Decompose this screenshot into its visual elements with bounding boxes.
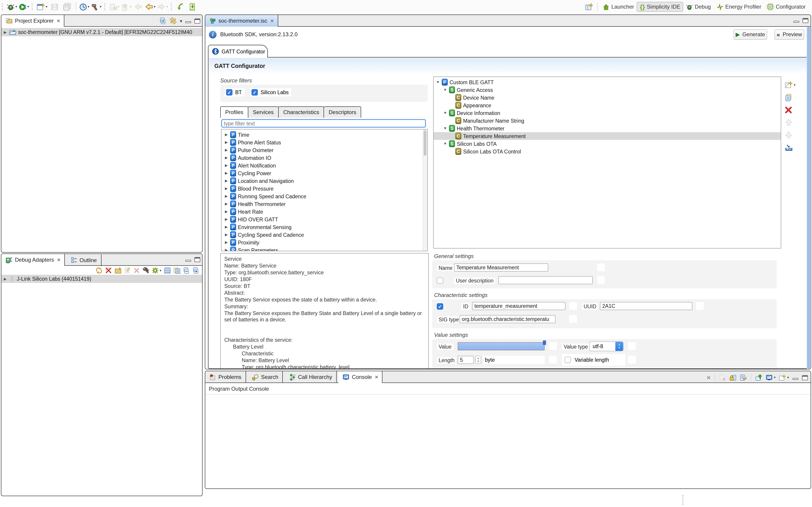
expand-icon[interactable]: ▶ <box>3 277 7 281</box>
profile-item[interactable]: ▶PHID OVER GATT <box>221 216 427 223</box>
minimize-icon[interactable] <box>185 260 191 262</box>
variable-length-checkbox[interactable] <box>565 357 571 363</box>
add-item-button[interactable]: ▾ <box>785 81 796 89</box>
tree-row[interactable]: CAppearance <box>434 101 781 109</box>
expand-icon[interactable]: ▶ <box>224 171 229 175</box>
expand-tree-icon[interactable] <box>193 267 199 274</box>
expand-icon[interactable]: ▶ <box>224 148 229 152</box>
new-group-icon[interactable] <box>115 267 122 274</box>
profile-item[interactable]: ▶PScan Parameters <box>221 246 427 251</box>
expand-icon[interactable]: ▶ <box>224 248 229 251</box>
minimize-icon[interactable] <box>793 378 798 380</box>
tab-debug-adapters[interactable]: Debug Adapters × <box>1 254 65 266</box>
adapter-row[interactable]: ▶ J-Link Silicon Labs (440151419) <box>1 275 202 283</box>
expand-icon[interactable]: ▶ <box>224 240 229 244</box>
expand-icon[interactable]: ▶ <box>224 156 229 160</box>
name-input[interactable] <box>454 264 548 272</box>
maximize-icon[interactable] <box>803 18 808 23</box>
perspective-launcher[interactable]: Launcher <box>600 2 637 11</box>
profile-item[interactable]: ▶PTime <box>221 131 427 138</box>
back-button[interactable]: ▾ <box>144 3 156 11</box>
collapse-icon[interactable]: ▼ <box>443 142 447 146</box>
tab-problems[interactable]: Problems <box>205 371 246 383</box>
profile-item[interactable]: ▶PHealth Thermometer <box>221 200 427 208</box>
maximize-icon[interactable] <box>194 257 200 262</box>
collapse-all-icon[interactable] <box>159 17 166 24</box>
build-button[interactable]: ▾ <box>90 3 102 11</box>
tab-gatt-configurator[interactable]: GATT Configurator <box>208 45 268 57</box>
expand-icon[interactable]: ▶ <box>224 202 229 206</box>
profile-item[interactable]: ▶PCycling Speed and Cadence <box>221 231 427 238</box>
value-type-select[interactable]: utf-8 ▲▼ <box>589 341 623 351</box>
dropdown-arrow[interactable]: ▾ <box>15 5 17 9</box>
tree-row-selected[interactable]: CTemperature Measurement <box>434 132 781 140</box>
collapse-icon[interactable]: ▼ <box>436 80 440 84</box>
collapse-tree-icon[interactable] <box>183 267 190 274</box>
profile-item[interactable]: ▶PAutomation IO <box>221 154 427 162</box>
tab-descriptors[interactable]: Descriptors <box>324 106 361 118</box>
expand-icon[interactable]: ▶ <box>224 194 229 198</box>
maximize-icon[interactable] <box>802 375 808 380</box>
id-input[interactable] <box>472 302 565 310</box>
close-icon[interactable]: × <box>57 18 60 24</box>
perspective-configurator[interactable]: Configurator <box>764 2 808 11</box>
word-wrap-icon[interactable] <box>740 374 747 381</box>
details-view-icon[interactable] <box>173 267 180 274</box>
dropdown-arrow[interactable]: ▾ <box>154 5 155 9</box>
silicon-labs-checkbox[interactable]: ✓ <box>251 89 258 96</box>
profile-item[interactable]: ▶PLocation and Navigation <box>221 177 427 185</box>
link-with-editor-icon[interactable] <box>169 17 177 24</box>
debug-launch-button[interactable]: ▾ <box>6 3 18 11</box>
collapse-icon[interactable]: ▼ <box>443 88 447 92</box>
expand-icon[interactable]: ▶ <box>224 163 229 168</box>
expand-icon[interactable]: ▶ <box>224 186 229 190</box>
tab-call-hierarchy[interactable]: Call Hierarchy <box>285 371 337 383</box>
tab-services[interactable]: Services <box>248 106 279 118</box>
adapter-settings-button[interactable]: ▾ <box>152 267 161 274</box>
tab-profiles[interactable]: Profiles <box>220 106 248 118</box>
dropdown-arrow[interactable]: ▾ <box>787 376 789 379</box>
profile-item[interactable]: ▶PRunning Speed and Cadence <box>221 192 427 200</box>
scrollbar-thumb[interactable] <box>424 130 426 156</box>
length-input[interactable] <box>458 356 474 364</box>
uuid-input[interactable] <box>600 302 692 310</box>
dropdown-arrow[interactable]: ▾ <box>794 83 796 87</box>
profile-item[interactable]: ▶PPhone Alert Status <box>221 138 427 146</box>
refresh-icon[interactable] <box>96 267 103 274</box>
collapse-icon[interactable]: ▼ <box>443 126 447 130</box>
expand-icon[interactable]: ▶ <box>224 225 229 229</box>
view-menu-icon[interactable]: ▾ <box>180 18 182 23</box>
profile-item[interactable]: ▶PAlert Notification <box>221 162 427 169</box>
perspective-debug[interactable]: Debug <box>683 2 713 11</box>
open-console-button[interactable]: ▾ <box>779 374 789 381</box>
dropdown-arrow[interactable]: ▾ <box>46 5 47 9</box>
resize-gripper[interactable] <box>682 495 685 505</box>
tab-outline[interactable]: Outline <box>67 254 101 266</box>
delete-icon[interactable] <box>785 106 792 114</box>
variable-length-field[interactable]: Variable length <box>562 354 625 366</box>
display-console-button[interactable]: ▾ <box>766 374 775 381</box>
tree-row[interactable]: ▼PCustom BLE GATT <box>434 78 781 86</box>
expand-icon[interactable]: ▶ <box>224 210 229 214</box>
profile-item[interactable]: ▶PEnvironmental Sensing <box>221 223 427 231</box>
dropdown-arrow[interactable]: ▾ <box>28 5 29 9</box>
user-description-checkbox[interactable] <box>437 278 443 284</box>
expand-icon[interactable]: ▶ <box>224 217 229 221</box>
filter-bt[interactable]: ✓ BT <box>225 88 245 97</box>
flash-button[interactable] <box>175 3 187 11</box>
close-icon[interactable]: × <box>375 374 378 380</box>
expand-icon[interactable]: ▶ <box>224 179 229 183</box>
clear-console-icon[interactable]: × <box>707 374 711 381</box>
user-description-input[interactable] <box>498 276 593 284</box>
tab-project-explorer[interactable]: Project Explorer × <box>1 15 64 27</box>
perspective-clock-button[interactable]: ▾ <box>78 3 90 11</box>
filter-silicon-labs[interactable]: ✓ Silicon Labs <box>250 88 291 97</box>
dropdown-arrow[interactable]: ▾ <box>100 5 101 9</box>
select-spinner-icon[interactable]: ▲▼ <box>615 342 623 351</box>
tree-row[interactable]: ▼SSilicon Labs OTA <box>434 140 781 148</box>
tab-soc-thermometer-isc[interactable]: soc-thermometer.isc × <box>205 15 278 27</box>
new-button[interactable]: ▾ <box>36 3 48 11</box>
dropdown-arrow[interactable]: ▾ <box>774 376 775 379</box>
profiles-scrollbar[interactable] <box>423 129 427 251</box>
preview-button[interactable]: « Preview <box>774 29 804 40</box>
